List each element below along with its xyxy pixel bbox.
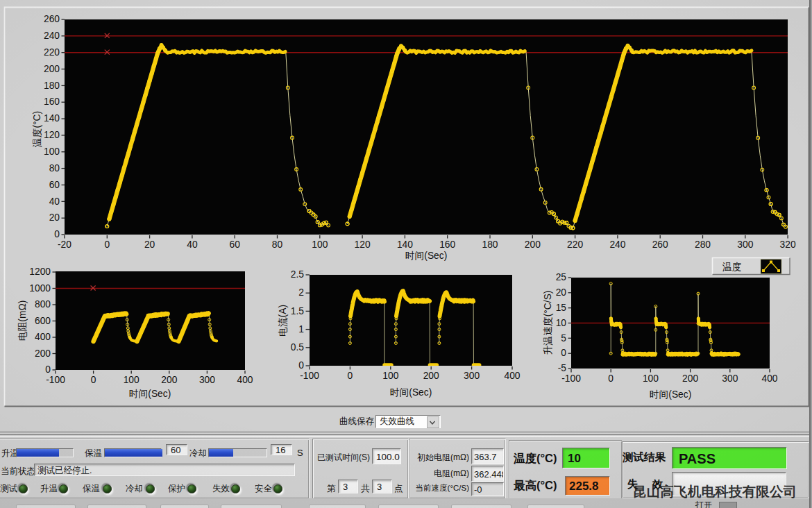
svg-text:0: 0	[348, 371, 353, 381]
svg-text:-100: -100	[561, 373, 581, 384]
svg-text:300: 300	[199, 375, 215, 385]
svg-text:0: 0	[561, 348, 566, 358]
svg-text:200: 200	[35, 348, 51, 359]
svg-text:20: 20	[144, 239, 155, 250]
svg-text:120: 120	[44, 130, 60, 140]
svg-text:1: 1	[298, 324, 304, 335]
svg-text:220: 220	[44, 47, 60, 58]
svg-text:25: 25	[556, 272, 567, 282]
svg-text:1000: 1000	[29, 283, 51, 294]
svg-text:0: 0	[54, 229, 60, 239]
svg-text:温度: 温度	[722, 262, 742, 272]
svg-text:100: 100	[382, 371, 398, 381]
svg-text:时间(Sec): 时间(Sec)	[405, 251, 448, 261]
svg-text:1200: 1200	[29, 266, 51, 277]
svg-text:60: 60	[230, 239, 241, 250]
svg-text:0: 0	[608, 373, 614, 384]
svg-text:时间(Sec): 时间(Sec)	[129, 389, 171, 399]
svg-text:5: 5	[561, 333, 566, 344]
svg-text:电阻(mΩ): 电阻(mΩ)	[17, 300, 28, 341]
svg-text:升温速度(°C/S): 升温速度(°C/S)	[543, 291, 553, 355]
svg-text:60: 60	[49, 180, 60, 190]
svg-text:160: 160	[439, 239, 455, 250]
svg-text:100: 100	[643, 373, 659, 384]
svg-text:100: 100	[312, 239, 328, 250]
svg-text:220: 220	[567, 239, 583, 250]
svg-text:140: 140	[397, 239, 413, 250]
svg-text:180: 180	[482, 239, 498, 250]
svg-text:-100: -100	[300, 371, 319, 381]
svg-text:40: 40	[49, 196, 60, 207]
svg-text:0: 0	[298, 360, 304, 371]
svg-text:0: 0	[45, 364, 51, 375]
svg-text:100: 100	[44, 146, 60, 157]
svg-text:260: 260	[652, 239, 668, 250]
svg-text:电流(A): 电流(A)	[278, 305, 288, 337]
svg-text:温度(°C): 温度(°C)	[32, 111, 42, 147]
svg-text:-20: -20	[58, 239, 71, 250]
svg-text:260: 260	[44, 14, 60, 24]
svg-text:120: 120	[355, 239, 371, 250]
svg-text:160: 160	[44, 96, 60, 107]
svg-text:320: 320	[780, 239, 796, 250]
svg-text:200: 200	[44, 64, 60, 74]
svg-text:400: 400	[35, 332, 51, 342]
svg-text:300: 300	[737, 239, 753, 250]
svg-text:1.5: 1.5	[291, 306, 305, 316]
svg-text:200: 200	[682, 373, 698, 384]
svg-text:2.5: 2.5	[291, 269, 305, 280]
svg-text:240: 240	[44, 31, 60, 41]
svg-text:140: 140	[44, 113, 60, 124]
svg-text:400: 400	[761, 373, 777, 384]
svg-text:0: 0	[91, 375, 96, 385]
svg-text:280: 280	[695, 239, 711, 250]
svg-text:时间(Sec): 时间(Sec)	[390, 387, 432, 398]
svg-text:20: 20	[556, 287, 567, 298]
svg-text:80: 80	[272, 239, 283, 250]
svg-text:10: 10	[556, 318, 567, 328]
svg-text:600: 600	[35, 316, 51, 326]
svg-text:时间(Sec): 时间(Sec)	[650, 389, 692, 400]
svg-text:200: 200	[423, 371, 439, 381]
svg-text:40: 40	[187, 239, 198, 250]
svg-text:20: 20	[49, 212, 60, 223]
svg-text:200: 200	[161, 375, 177, 385]
svg-text:2: 2	[298, 287, 304, 298]
svg-text:0: 0	[104, 239, 110, 250]
svg-text:240: 240	[609, 239, 625, 250]
svg-text:400: 400	[504, 371, 520, 381]
svg-text:400: 400	[237, 375, 253, 385]
svg-text:15: 15	[556, 303, 567, 313]
svg-text:300: 300	[464, 371, 480, 381]
svg-text:200: 200	[525, 239, 541, 250]
svg-text:800: 800	[35, 299, 51, 310]
svg-text:300: 300	[722, 373, 738, 384]
svg-text:-100: -100	[46, 375, 65, 385]
svg-text:80: 80	[49, 163, 60, 173]
svg-text:-5: -5	[558, 363, 567, 373]
svg-text:100: 100	[124, 375, 139, 385]
svg-text:180: 180	[44, 81, 60, 91]
svg-text:0.5: 0.5	[291, 342, 305, 353]
